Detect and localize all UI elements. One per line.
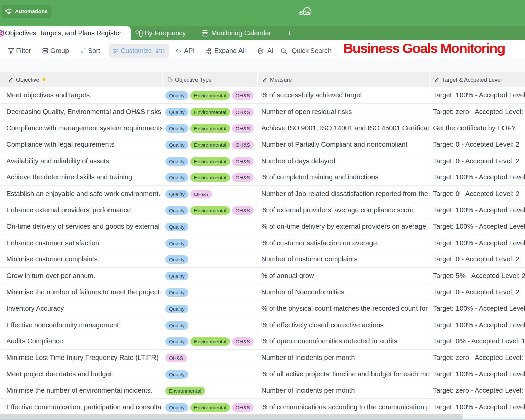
- svg-text:AI: AI: [259, 50, 262, 53]
- svg-text:iSO: iSO: [299, 9, 307, 16]
